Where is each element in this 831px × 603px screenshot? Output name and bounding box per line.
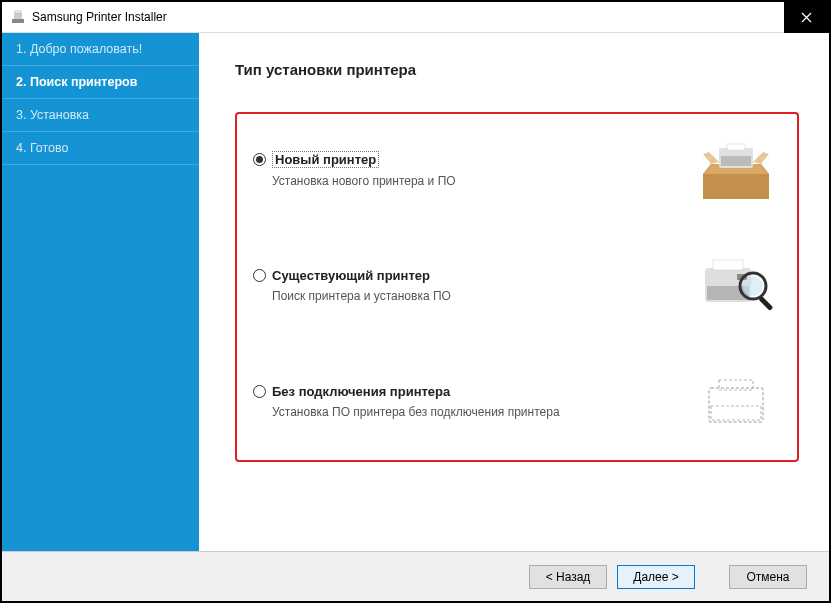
sidebar-item-search: 2. Поиск принтеров (2, 66, 199, 99)
next-button[interactable]: Далее > (617, 565, 695, 589)
svg-rect-4 (721, 156, 751, 166)
option-no-connection[interactable]: Без подключения принтера Установка ПО пр… (253, 366, 781, 436)
option-desc: Установка нового принтера и ПО (272, 174, 456, 188)
option-label: Новый принтер (272, 151, 379, 168)
radio-no-connection[interactable] (253, 385, 266, 398)
option-label: Существующий принтер (272, 268, 430, 283)
sidebar-item-install: 3. Установка (2, 99, 199, 132)
option-desc: Поиск принтера и установка ПО (272, 289, 451, 303)
svg-rect-1 (14, 13, 22, 19)
footer-buttons: < Назад Далее > Отмена (2, 551, 829, 601)
window-title: Samsung Printer Installer (32, 10, 784, 24)
svg-rect-8 (713, 260, 743, 270)
radio-existing-printer[interactable] (253, 269, 266, 282)
option-existing-printer[interactable]: Существующий принтер Поиск принтера и ус… (253, 250, 781, 320)
svg-rect-2 (15, 11, 21, 13)
svg-point-11 (743, 276, 763, 296)
page-title: Тип установки принтера (235, 61, 799, 78)
svg-rect-0 (12, 19, 24, 23)
sidebar-item-welcome: 1. Добро пожаловать! (2, 33, 199, 66)
cancel-button[interactable]: Отмена (729, 565, 807, 589)
close-button[interactable] (784, 2, 829, 33)
sidebar: 1. Добро пожаловать! 2. Поиск принтеров … (2, 33, 199, 551)
back-button[interactable]: < Назад (529, 565, 607, 589)
svg-rect-12 (758, 296, 773, 311)
content-area: Тип установки принтера Новый принтер Уст… (199, 33, 829, 551)
main-area: 1. Добро пожаловать! 2. Поиск принтеров … (2, 33, 829, 551)
option-desc: Установка ПО принтера без подключения пр… (272, 405, 560, 419)
svg-rect-13 (709, 388, 763, 422)
option-label: Без подключения принтера (272, 384, 450, 399)
svg-rect-14 (711, 406, 761, 420)
printer-outline-icon (691, 366, 781, 436)
radio-new-printer[interactable] (253, 153, 266, 166)
titlebar: Samsung Printer Installer (2, 2, 829, 33)
options-group: Новый принтер Установка нового принтера … (235, 112, 799, 462)
printer-magnifier-icon (691, 250, 781, 320)
sidebar-item-done: 4. Готово (2, 132, 199, 165)
svg-rect-5 (727, 144, 745, 150)
app-icon (10, 9, 26, 25)
printer-in-box-icon (691, 134, 781, 204)
option-new-printer[interactable]: Новый принтер Установка нового принтера … (253, 134, 781, 204)
